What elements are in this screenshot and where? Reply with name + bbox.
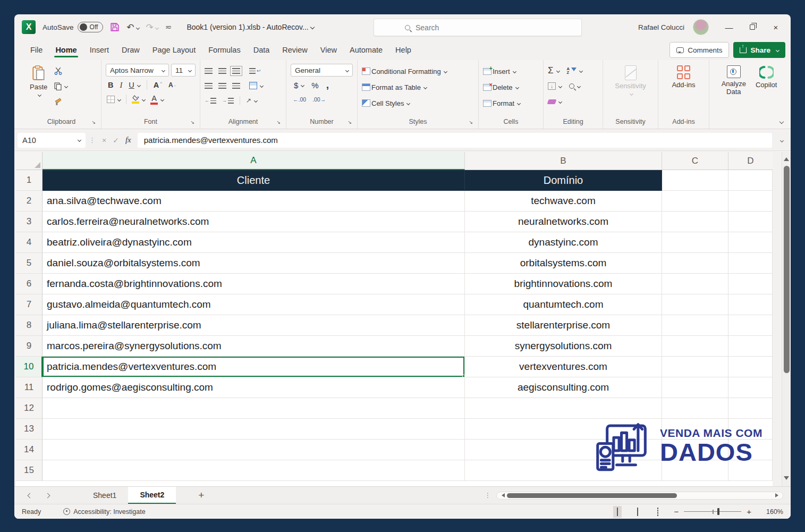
- zoom-out-button[interactable]: −: [674, 507, 679, 516]
- underline-button[interactable]: U: [129, 79, 140, 91]
- expand-formula-bar-button[interactable]: [775, 136, 786, 145]
- row-header[interactable]: 2: [16, 191, 43, 212]
- zoom-level[interactable]: 160%: [763, 508, 783, 516]
- delete-cells-button[interactable]: Delete: [483, 81, 519, 93]
- tab-page-layout[interactable]: Page Layout: [146, 41, 202, 58]
- find-select-button[interactable]: [569, 80, 580, 92]
- fill-color-button[interactable]: [132, 94, 145, 105]
- tab-formulas[interactable]: Formulas: [202, 41, 247, 58]
- dialog-launcher-icon[interactable]: ↘: [190, 120, 194, 125]
- formula-input[interactable]: patricia.mendes@vertexventures.com: [138, 133, 772, 148]
- cell-b3[interactable]: neuralnetworks.com: [465, 212, 662, 232]
- align-middle-button[interactable]: [218, 68, 226, 74]
- row-header[interactable]: 15: [16, 460, 43, 481]
- row-header[interactable]: 4: [16, 232, 43, 253]
- accessibility-status[interactable]: Accessibility: Investigate: [63, 508, 145, 516]
- tab-automate[interactable]: Automate: [343, 41, 389, 58]
- next-sheet-icon[interactable]: [45, 493, 50, 498]
- insert-cells-button[interactable]: Insert: [483, 65, 516, 77]
- cell-b9[interactable]: synergysolutions.com: [465, 336, 662, 357]
- cell[interactable]: [43, 460, 465, 481]
- cell-a8[interactable]: juliana.lima@stellarenterprise.com: [43, 315, 465, 336]
- search-input[interactable]: Search: [374, 19, 582, 36]
- cell-b4[interactable]: dynastyinc.com: [465, 232, 662, 253]
- cell[interactable]: [728, 357, 773, 377]
- insert-function-button[interactable]: fx: [125, 136, 131, 145]
- cell[interactable]: [662, 212, 728, 232]
- decrease-decimal-button[interactable]: .00→: [312, 94, 326, 105]
- fill-button[interactable]: ↓: [548, 80, 562, 92]
- fill-handle[interactable]: [462, 375, 465, 377]
- tab-file[interactable]: File: [24, 41, 49, 58]
- currency-button[interactable]: $: [294, 79, 304, 91]
- minimize-button[interactable]: —: [717, 16, 741, 38]
- column-header-b[interactable]: B: [465, 152, 662, 170]
- zoom-thumb[interactable]: [717, 508, 719, 515]
- borders-button[interactable]: [107, 94, 121, 105]
- percent-button[interactable]: %: [311, 79, 318, 91]
- sort-filter-button[interactable]: AZ: [567, 65, 582, 77]
- cell-a1[interactable]: Cliente: [43, 170, 465, 191]
- cell[interactable]: [728, 315, 773, 336]
- autosave-control[interactable]: AutoSave Off: [43, 22, 103, 32]
- horizontal-scroll-thumb[interactable]: [507, 493, 677, 498]
- tab-draw[interactable]: Draw: [115, 41, 146, 58]
- cell-styles-button[interactable]: Cell Styles: [362, 97, 410, 109]
- font-name-select[interactable]: Aptos Narrow: [106, 64, 169, 77]
- row-header[interactable]: 5: [16, 253, 43, 274]
- enter-entry-button[interactable]: ✓: [113, 136, 119, 145]
- cell[interactable]: [662, 253, 728, 274]
- format-as-table-button[interactable]: Format as Table: [362, 81, 427, 93]
- align-center-button[interactable]: [218, 83, 226, 89]
- row-header[interactable]: 9: [16, 336, 43, 357]
- cell-a5[interactable]: daniel.souza@orbitalsystems.com: [43, 253, 465, 274]
- cell[interactable]: [662, 232, 728, 253]
- cell[interactable]: [662, 377, 728, 398]
- page-layout-view-button[interactable]: [633, 506, 642, 518]
- cell-b7[interactable]: quantumtech.com: [465, 294, 662, 315]
- vertical-scrollbar[interactable]: [782, 152, 791, 486]
- align-bottom-button[interactable]: [232, 68, 240, 74]
- row-header[interactable]: 6: [16, 274, 43, 294]
- cell[interactable]: [728, 274, 773, 294]
- quick-access-toolbar-button[interactable]: ≂: [165, 22, 172, 32]
- splitter-handle[interactable]: ⋮: [485, 492, 491, 499]
- wrap-text-button[interactable]: ↩: [249, 65, 261, 77]
- row-header[interactable]: 14: [16, 440, 43, 460]
- cell[interactable]: [662, 294, 728, 315]
- cell-a2[interactable]: ana.silva@techwave.com: [43, 191, 465, 212]
- decrease-indent-button[interactable]: ←: [205, 95, 216, 106]
- cell[interactable]: [662, 170, 728, 191]
- cell[interactable]: [662, 191, 728, 212]
- dialog-launcher-icon[interactable]: ↘: [276, 120, 281, 125]
- column-header-d[interactable]: D: [728, 152, 773, 170]
- previous-sheet-icon[interactable]: [28, 493, 33, 498]
- row-header[interactable]: 13: [16, 419, 43, 440]
- decrease-font-button[interactable]: Aˇ: [168, 79, 175, 91]
- increase-font-button[interactable]: A^: [154, 79, 162, 91]
- tab-home[interactable]: Home: [49, 41, 83, 58]
- bold-button[interactable]: B: [108, 81, 113, 89]
- cell-a6[interactable]: fernanda.costa@brightinnovations.com: [43, 274, 465, 294]
- clear-button[interactable]: [548, 96, 562, 107]
- tab-help[interactable]: Help: [389, 41, 418, 58]
- row-header[interactable]: 8: [16, 315, 43, 336]
- page-break-view-button[interactable]: [654, 506, 662, 518]
- cell[interactable]: [662, 315, 728, 336]
- cell-b11[interactable]: aegisconsulting.com: [465, 377, 662, 398]
- cell[interactable]: [728, 170, 773, 191]
- cell[interactable]: [728, 294, 773, 315]
- column-header-a[interactable]: A: [43, 152, 465, 170]
- comments-button[interactable]: Comments: [670, 42, 729, 58]
- zoom-slider[interactable]: [684, 511, 741, 512]
- format-painter-button[interactable]: [54, 96, 67, 107]
- cell-a9[interactable]: marcos.pereira@synergysolutions.com: [43, 336, 465, 357]
- font-size-select[interactable]: 11: [171, 64, 196, 77]
- sheet-tab-sheet1[interactable]: Sheet1: [81, 487, 128, 503]
- cell-b5[interactable]: orbitalsystems.com: [465, 253, 662, 274]
- scroll-down-icon[interactable]: [784, 476, 789, 483]
- cell[interactable]: [43, 398, 465, 419]
- tab-review[interactable]: Review: [276, 41, 314, 58]
- font-color-button[interactable]: A: [150, 94, 164, 105]
- cell[interactable]: [728, 232, 773, 253]
